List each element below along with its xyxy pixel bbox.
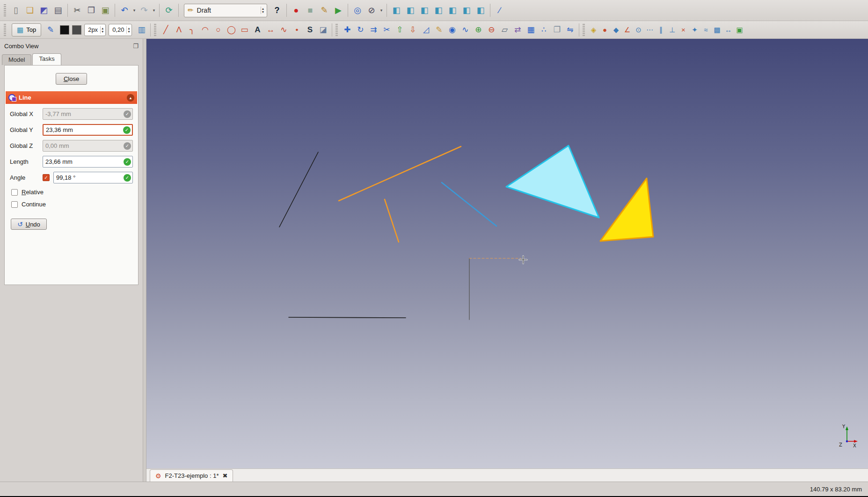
view-right-button[interactable]: ◧: [431, 3, 445, 17]
draft-circle-button[interactable]: ○: [212, 23, 225, 37]
global-z-input[interactable]: 0,00 mm ✓: [43, 140, 133, 152]
snap-near-button[interactable]: ≈: [700, 24, 711, 36]
draft-shape2dview-button[interactable]: ▱: [498, 23, 511, 37]
draft-upgrade-button[interactable]: ⇧: [393, 23, 406, 37]
orange-line-long[interactable]: [339, 146, 461, 201]
float-panel-icon[interactable]: ❐: [133, 43, 139, 50]
whats-this-button[interactable]: ?: [270, 3, 284, 17]
macro-stop-button[interactable]: ■: [303, 3, 317, 17]
draft-arc-button[interactable]: ◠: [198, 23, 212, 37]
draft-subelement-button[interactable]: ◉: [445, 23, 459, 37]
draft-remove-point-button[interactable]: ⊖: [485, 23, 498, 37]
view-bottom-button[interactable]: ◧: [460, 3, 474, 17]
draft-polyline-button[interactable]: Λ: [172, 23, 185, 37]
working-plane-button[interactable]: ▦ Top: [12, 23, 41, 37]
orange-line-short[interactable]: [385, 199, 399, 242]
macro-record-button[interactable]: ●: [289, 3, 303, 17]
paste-button[interactable]: ▣: [98, 3, 112, 17]
global-y-input[interactable]: 23,36 mm ✓: [43, 124, 133, 136]
view-left-button[interactable]: ◧: [474, 3, 488, 17]
open-document-button[interactable]: ❏: [23, 3, 37, 17]
draft-line-button[interactable]: ╱: [159, 23, 172, 37]
3d-viewport[interactable]: Y X Z: [146, 39, 868, 468]
draft-wire-to-bspline-button[interactable]: ∿: [459, 23, 472, 37]
text-scale-spinner[interactable]: 0,20 ▴ ▾: [109, 24, 132, 36]
workbench-selector[interactable]: ✏ Draft ▴ ▾: [184, 4, 267, 17]
copy-button[interactable]: ❐: [84, 3, 98, 17]
spinner-arrows-icon[interactable]: ▴ ▾: [126, 26, 131, 34]
draft-scale-button[interactable]: ◿: [419, 23, 432, 37]
workbench-spinner-icon[interactable]: ▴ ▾: [261, 7, 265, 14]
snap-grid-button[interactable]: ▩: [711, 24, 722, 36]
snap-angle-button[interactable]: ∠: [621, 24, 633, 36]
cyan-triangle[interactable]: [506, 146, 599, 218]
draft-array-button[interactable]: ▦: [524, 23, 537, 37]
yellow-triangle[interactable]: [600, 178, 653, 241]
snap-endpoint-button[interactable]: ●: [599, 24, 610, 36]
snap-extension-button[interactable]: ⋯: [644, 24, 655, 36]
view-front-button[interactable]: ◧: [403, 3, 417, 17]
macro-edit-button[interactable]: ✎: [317, 3, 331, 17]
blue-line[interactable]: [442, 183, 496, 226]
redo-dropdown-arrow[interactable]: ▾: [151, 3, 157, 17]
tab-tasks[interactable]: Tasks: [32, 53, 61, 65]
zoom-fit-button[interactable]: ◎: [350, 3, 365, 17]
draft-clone-button[interactable]: ❐: [550, 23, 563, 37]
black-horizontal-line[interactable]: [289, 317, 406, 318]
tab-model[interactable]: Model: [2, 54, 31, 65]
draft-trimex-button[interactable]: ✂: [380, 23, 393, 37]
draw-style-button[interactable]: ⊘: [365, 3, 379, 17]
angle-input[interactable]: 99,18 ° ✓: [53, 172, 133, 183]
refresh-button[interactable]: ⟳: [162, 3, 176, 17]
draft-rectangle-button[interactable]: ▭: [238, 23, 251, 37]
cut-button[interactable]: ✂: [70, 3, 84, 17]
close-button[interactable]: Close: [56, 73, 87, 85]
draft-to-sketch-button[interactable]: ⇄: [511, 23, 524, 37]
draft-move-button[interactable]: ✚: [341, 23, 354, 37]
undo-button[interactable]: ↶: [117, 3, 131, 17]
snap-working-plane-button[interactable]: ▣: [734, 24, 745, 36]
draft-rotate-button[interactable]: ↻: [354, 23, 367, 37]
view-top-button[interactable]: ◧: [417, 3, 431, 17]
draft-add-point-button[interactable]: ⊕: [472, 23, 485, 37]
draft-edit-button[interactable]: ✎: [432, 23, 445, 37]
line-task-header[interactable]: Line ▴: [6, 91, 137, 104]
draw-style-dropdown-arrow[interactable]: ▾: [379, 3, 384, 17]
spin-down-icon[interactable]: ▾: [262, 10, 264, 14]
document-tab[interactable]: ⚙ F2-T23-ejemplo : 1* ✖: [150, 469, 233, 482]
draft-dimension-button[interactable]: ↔: [264, 23, 277, 37]
view-axonometric-button[interactable]: ◧: [389, 3, 403, 17]
snap-parallel-button[interactable]: ∥: [655, 24, 666, 36]
snap-midpoint-button[interactable]: ◆: [610, 24, 621, 36]
line-width-spinner[interactable]: 2px ▴ ▾: [84, 24, 106, 36]
spinner-arrows-icon[interactable]: ▴ ▾: [100, 26, 104, 34]
draft-offset-button[interactable]: ⇉: [367, 23, 380, 37]
draft-bspline-button[interactable]: ∿: [277, 23, 290, 37]
line-color-swatch[interactable]: [60, 25, 69, 35]
new-document-button[interactable]: ▯: [9, 3, 23, 17]
snap-lock-button[interactable]: ◈: [588, 24, 599, 36]
draft-fillet-button[interactable]: ╮: [185, 23, 198, 37]
draft-shapestring-button[interactable]: S: [303, 23, 316, 37]
draft-point-button[interactable]: •: [290, 23, 303, 37]
draft-facebinder-button[interactable]: ◪: [316, 23, 329, 37]
continue-checkbox[interactable]: [11, 201, 18, 208]
draft-text-button[interactable]: A: [251, 23, 264, 37]
close-tab-icon[interactable]: ✖: [222, 472, 227, 479]
snap-intersection-button[interactable]: ×: [678, 24, 689, 36]
angle-lock-checkbox[interactable]: ✓: [43, 174, 50, 181]
draft-path-array-button[interactable]: ∴: [537, 23, 550, 37]
spin-down-icon[interactable]: ▾: [128, 30, 130, 33]
snap-ortho-button[interactable]: ⊥: [666, 24, 678, 36]
autogroup-button[interactable]: ▥: [135, 23, 148, 37]
undo-button[interactable]: ↺ Undo: [11, 219, 47, 230]
view-rear-button[interactable]: ◧: [445, 3, 460, 17]
measure-distance-button[interactable]: ∕: [493, 3, 507, 17]
black-line[interactable]: [279, 152, 318, 227]
snap-center-button[interactable]: ⊙: [633, 24, 644, 36]
face-color-swatch[interactable]: [72, 25, 81, 35]
relative-checkbox[interactable]: [11, 189, 18, 196]
global-x-input[interactable]: -3,77 mm ✓: [43, 108, 133, 120]
undo-dropdown-arrow[interactable]: ▾: [131, 3, 137, 17]
draft-mirror-button[interactable]: ⇋: [563, 23, 576, 37]
